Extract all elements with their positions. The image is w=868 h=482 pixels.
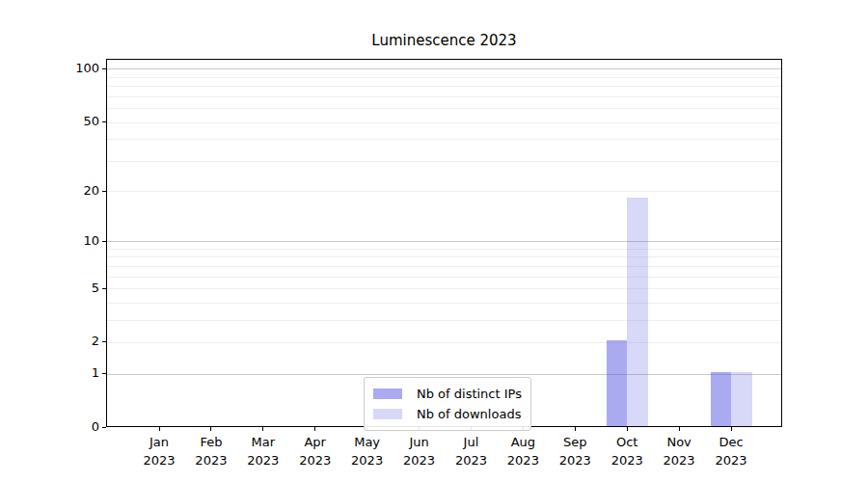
bar-distinct-ips-oct-2023 <box>607 340 628 426</box>
gridline-minor <box>107 191 781 192</box>
gridline-minor <box>107 122 781 123</box>
x-tick-mark <box>314 427 315 431</box>
x-tick-label: Dec 2023 <box>700 433 762 469</box>
x-tick-mark <box>159 427 160 431</box>
bar-distinct-ips-dec-2023 <box>711 372 732 426</box>
chart-title: Luminescence 2023 <box>106 32 782 49</box>
gridline-minor <box>107 86 781 87</box>
gridline-minor <box>107 256 781 257</box>
gridline-minor <box>107 161 781 162</box>
y-tick-label: 50 <box>41 114 99 129</box>
chart-figure: Luminescence 2023 0125102050100Jan 2023F… <box>0 0 868 482</box>
gridline-minor <box>107 249 781 250</box>
y-tick-mark <box>102 373 106 374</box>
x-tick-mark <box>262 427 263 431</box>
gridline-minor <box>107 96 781 97</box>
x-tick-mark <box>627 427 628 431</box>
gridline-major <box>107 374 781 375</box>
x-tick-mark <box>575 427 576 431</box>
y-tick-mark <box>102 121 106 122</box>
legend: Nb of distinct IPs Nb of downloads <box>364 377 531 431</box>
gridline-minor <box>107 277 781 278</box>
y-tick-label: 2 <box>41 334 99 349</box>
y-tick-mark <box>102 191 106 192</box>
gridline-minor <box>107 288 781 289</box>
legend-label-downloads: Nb of downloads <box>417 407 521 421</box>
plot-area <box>106 59 782 427</box>
x-tick-mark <box>210 427 211 431</box>
gridline-minor <box>107 342 781 343</box>
y-tick-label: 0 <box>41 419 99 435</box>
x-tick-mark <box>731 427 732 431</box>
legend-item-downloads: Nb of downloads <box>373 404 522 424</box>
y-tick-mark <box>102 341 106 342</box>
x-tick-mark <box>679 427 680 431</box>
legend-swatch-downloads <box>373 409 402 419</box>
y-tick-label: 5 <box>41 281 99 296</box>
legend-swatch-distinct-ips <box>373 388 402 399</box>
y-tick-mark <box>102 68 106 69</box>
legend-label-distinct-ips: Nb of distinct IPs <box>417 387 522 401</box>
gridline-minor <box>107 320 781 321</box>
bar-downloads-oct-2023 <box>627 198 648 426</box>
gridline-minor <box>107 77 781 78</box>
y-tick-label: 1 <box>41 365 99 381</box>
gridline-minor <box>107 303 781 304</box>
gridline-minor <box>107 266 781 267</box>
bar-downloads-dec-2023 <box>731 372 752 426</box>
y-tick-label: 10 <box>41 233 99 249</box>
y-tick-label: 100 <box>41 61 99 76</box>
legend-item-distinct-ips: Nb of distinct IPs <box>373 384 522 404</box>
gridline-minor <box>107 108 781 109</box>
gridline-minor <box>107 139 781 140</box>
y-tick-mark <box>102 241 106 242</box>
y-tick-mark <box>102 427 106 428</box>
gridline-major <box>107 241 781 242</box>
gridline-major <box>107 68 781 69</box>
y-tick-label: 20 <box>41 183 99 199</box>
y-tick-mark <box>102 288 106 289</box>
